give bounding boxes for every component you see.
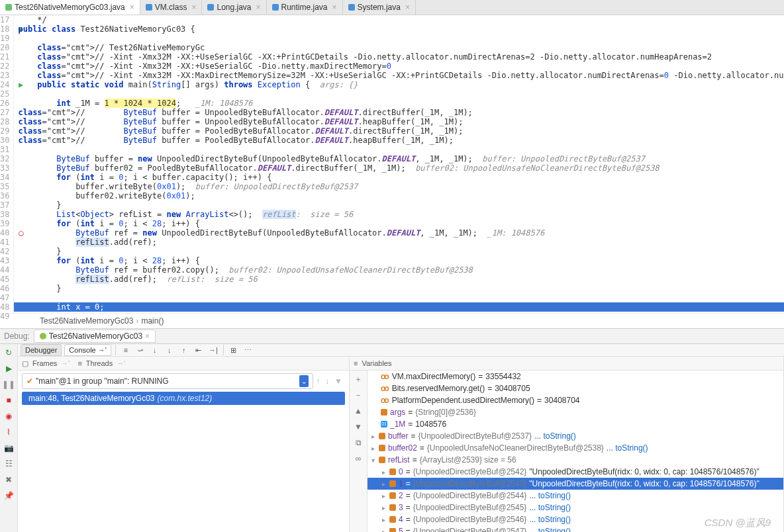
code-line[interactable]: class="cmt">// -Xint -Xmx32M -XX:MaxDire… bbox=[14, 71, 784, 80]
more-icon[interactable]: ⋯ bbox=[242, 344, 254, 356]
view-breakpoints-icon[interactable]: ◉ bbox=[4, 412, 13, 421]
code-line[interactable]: class="cmt">// -Xint -Xmx32M -XX:+UseSer… bbox=[14, 62, 784, 71]
code-line[interactable]: */ bbox=[14, 15, 784, 24]
run-to-cursor-icon[interactable]: →| bbox=[207, 344, 219, 356]
var-reflist-item[interactable]: 4 = {UnpooledDirectByteBuf@2546} ... toS… bbox=[368, 513, 783, 525]
console-tab[interactable]: Console →' bbox=[64, 344, 111, 356]
pin-tab-icon[interactable]: 📌 bbox=[4, 491, 13, 500]
var-reflist-item[interactable]: 3 = {UnpooledDirectByteBuf@2545} ... toS… bbox=[368, 502, 783, 513]
step-out-icon[interactable]: ↑ bbox=[178, 344, 190, 356]
filter-icon[interactable]: ▼ bbox=[332, 377, 345, 386]
resume-icon[interactable]: ▶ bbox=[4, 364, 13, 373]
java-class-icon bbox=[5, 4, 12, 11]
watch-row[interactable]: Bits.reservedMemory.get() = 30408705 bbox=[368, 382, 783, 394]
evaluate-expression-icon[interactable]: ⊞ bbox=[228, 344, 240, 356]
code-line[interactable]: class="cmt">// ByteBuf buffer = Unpooled… bbox=[14, 117, 784, 126]
code-line[interactable]: class="cmt">// Test26NativeMemoryGc bbox=[14, 43, 784, 52]
code-line[interactable]: ByteBuf ref = buffer02.copy(); buffer02:… bbox=[14, 265, 784, 275]
tab-system[interactable]: System.java× bbox=[343, 0, 416, 15]
code-line[interactable] bbox=[14, 293, 784, 302]
code-line[interactable]: } bbox=[14, 284, 784, 293]
var-buffer[interactable]: buffer = {UnpooledDirectByteBuf@2537} ..… bbox=[368, 430, 783, 442]
code-line[interactable]: ByteBuf buffer = new UnpooledDirectByteB… bbox=[14, 154, 784, 163]
code-line[interactable]: int x = 0; bbox=[14, 302, 784, 312]
code-line[interactable] bbox=[14, 312, 784, 321]
code-line[interactable]: for (int i = 0; i < 28; i++) { bbox=[14, 219, 784, 228]
code-editor[interactable]: 17▶181920212223▶242526272829303132333435… bbox=[0, 15, 784, 313]
camera-icon[interactable]: 📷 bbox=[4, 443, 13, 453]
drop-frame-icon[interactable]: ⇤ bbox=[193, 344, 205, 356]
code-line[interactable]: refList.add(ref); bbox=[14, 238, 784, 247]
next-frame-icon[interactable]: ↓ bbox=[322, 377, 332, 386]
close-icon[interactable]: × bbox=[332, 3, 337, 12]
debug-run-tab[interactable]: Test26NativeMemoryGc03 × bbox=[34, 330, 156, 343]
threads-header[interactable]: Threads bbox=[86, 359, 113, 367]
glasses-icon[interactable]: ∞ bbox=[354, 454, 363, 463]
var-args[interactable]: args = {String[0]@2536} bbox=[368, 406, 783, 418]
code-line[interactable]: } bbox=[14, 200, 784, 210]
step-into-icon[interactable]: ↓ bbox=[149, 344, 161, 356]
code-line[interactable]: } bbox=[14, 247, 784, 256]
prev-frame-icon[interactable]: ↑ bbox=[313, 377, 322, 386]
gutter[interactable]: 17▶181920212223▶242526272829303132333435… bbox=[0, 15, 14, 313]
tab-long[interactable]: Long.java× bbox=[202, 0, 266, 15]
code-line[interactable]: refList.add(ref); refList: size = 56 bbox=[14, 275, 784, 284]
var-reflist-item[interactable]: 0 = {UnpooledDirectByteBuf@2542} "Unpool… bbox=[368, 466, 783, 478]
thread-selector[interactable]: ✔ "main"@1 in group "main": RUNNING ⌄ bbox=[22, 373, 313, 389]
debug-toolbar: Debugger Console →' ≡ ⤻ ↓ ↓ ↑ ⇤ →| ⊞ ⋯ bbox=[18, 344, 784, 357]
var-reflist-item[interactable]: 5 = {UnpooledDirectByteBuf@2547} ... toS… bbox=[368, 525, 783, 532]
var-reflist-item[interactable]: 2 = {UnpooledDirectByteBuf@2544} ... toS… bbox=[368, 490, 783, 502]
code-line[interactable]: ByteBuf buffer02 = PooledByteBufAllocato… bbox=[14, 163, 784, 173]
frames-header[interactable]: Frames bbox=[32, 359, 57, 367]
close-icon[interactable]: × bbox=[191, 3, 196, 12]
code-line[interactable] bbox=[14, 145, 784, 154]
close-icon[interactable]: × bbox=[256, 3, 261, 12]
copy-icon[interactable]: ⧉ bbox=[354, 438, 363, 447]
settings-icon[interactable]: ☷ bbox=[4, 459, 13, 468]
code-line[interactable]: for (int i = 0; i < 28; i++) { bbox=[14, 256, 784, 265]
code-line[interactable] bbox=[14, 34, 784, 43]
tab-runtime[interactable]: Runtime.java× bbox=[267, 0, 343, 15]
add-watch-icon[interactable]: ＋ bbox=[354, 375, 363, 384]
tab-test26[interactable]: Test26NativeMemoryGc03.java× bbox=[0, 0, 140, 15]
code-line[interactable]: class="cmt">// ByteBuf buffer = PooledBy… bbox=[14, 126, 784, 136]
down-icon[interactable]: ▼ bbox=[354, 422, 363, 431]
step-over-icon[interactable]: ⤻ bbox=[134, 344, 146, 356]
watch-row[interactable]: PlatformDependent.usedDirectMemory() = 3… bbox=[368, 394, 783, 406]
show-execution-point-icon[interactable]: ≡ bbox=[120, 344, 132, 356]
close-icon[interactable]: × bbox=[405, 3, 410, 12]
debug-side-toolbar: ↻ ▶ ❚❚ ■ ◉ ⌇ 📷 ☷ ✖ 📌 bbox=[0, 344, 18, 532]
code-line[interactable]: class="cmt">// ByteBuf buffer = Unpooled… bbox=[14, 108, 784, 117]
code-line[interactable]: ByteBuf ref = new UnpooledDirectByteBuf(… bbox=[14, 228, 784, 238]
code-line[interactable]: buffer02.writeByte(0x01); bbox=[14, 191, 784, 200]
code-area[interactable]: */public class Test26NativeMemoryGc03 { … bbox=[14, 15, 784, 313]
var-reflist-item[interactable]: 1 = {UnpooledDirectByteBuf@2543} "Unpool… bbox=[368, 478, 783, 490]
code-line[interactable]: class="cmt">// -Xint -Xmx32M -XX:+UseSer… bbox=[14, 52, 784, 62]
code-line[interactable]: List<Object> refList = new ArrayList<>()… bbox=[14, 210, 784, 219]
up-icon[interactable]: ▲ bbox=[354, 406, 363, 416]
rerun-icon[interactable]: ↻ bbox=[4, 348, 13, 357]
pin-icon[interactable]: ✖ bbox=[4, 475, 13, 484]
var-reflist[interactable]: refList = {ArrayList@2539} size = 56 bbox=[368, 454, 783, 466]
code-line[interactable]: class="cmt">// ByteBuf buffer = PooledBy… bbox=[14, 136, 784, 145]
force-step-into-icon[interactable]: ↓ bbox=[164, 344, 175, 356]
chevron-down-icon[interactable]: ⌄ bbox=[299, 375, 309, 387]
watch-row[interactable]: VM.maxDirectMemory() = 33554432 bbox=[368, 371, 783, 382]
debugger-tab[interactable]: Debugger bbox=[21, 344, 62, 356]
var-buffer02[interactable]: buffer02 = {UnpooledUnsafeNoCleanerDirec… bbox=[368, 442, 783, 454]
var-1m[interactable]: 01 _1M = 1048576 bbox=[368, 418, 783, 430]
close-icon[interactable]: × bbox=[145, 332, 150, 341]
code-line[interactable]: for (int i = 0; i < buffer.capacity(); i… bbox=[14, 173, 784, 182]
code-line[interactable] bbox=[14, 89, 784, 99]
remove-watch-icon[interactable]: － bbox=[354, 390, 363, 400]
tab-vm[interactable]: VM.class× bbox=[140, 0, 203, 15]
close-icon[interactable]: × bbox=[130, 3, 134, 12]
code-line[interactable]: public static void main(String[] args) t… bbox=[14, 80, 784, 89]
code-line[interactable]: public class Test26NativeMemoryGc03 { bbox=[14, 24, 784, 34]
code-line[interactable]: int _1M = 1 * 1024 * 1024; _1M: 1048576 bbox=[14, 99, 784, 108]
code-line[interactable]: buffer.writeByte(0x01); buffer: Unpooled… bbox=[14, 182, 784, 191]
stop-icon[interactable]: ■ bbox=[4, 396, 13, 405]
pause-icon[interactable]: ❚❚ bbox=[4, 380, 13, 389]
mute-breakpoints-icon[interactable]: ⌇ bbox=[4, 427, 13, 437]
stack-frame[interactable]: main:48, Test26NativeMemoryGc03(com.hx.t… bbox=[22, 392, 345, 405]
